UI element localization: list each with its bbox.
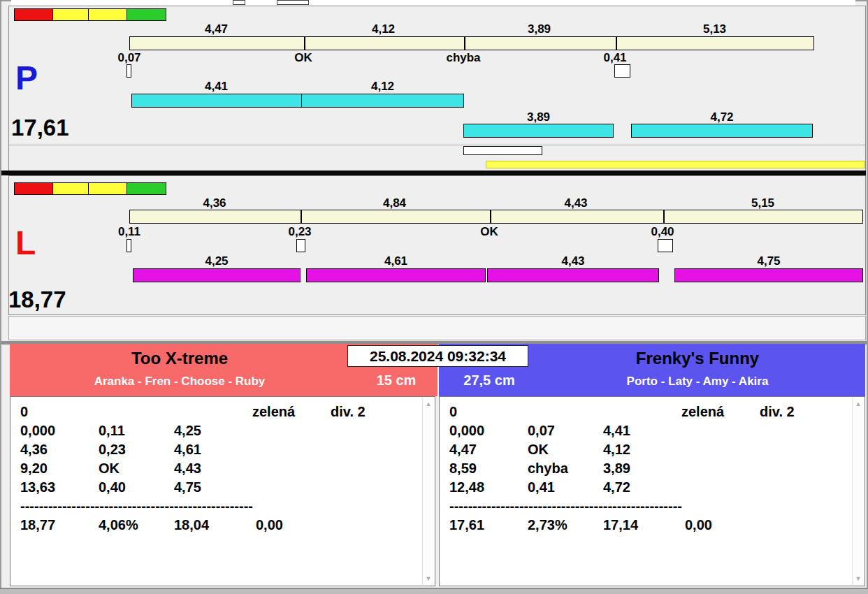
team-right-name: Frenky's Funny xyxy=(530,349,865,368)
ruler-tick xyxy=(301,210,302,224)
gate-mark-label: OK xyxy=(447,225,531,239)
window-fragment xyxy=(277,0,309,5)
clock: 25.08.2024 09:32:34 xyxy=(347,345,528,367)
team-left-jump-height: 15 cm xyxy=(358,372,435,389)
result-divider-row: ----------------------------------------… xyxy=(440,498,849,516)
ruler-tick xyxy=(616,36,617,50)
team-right-jump-height: 27,5 cm xyxy=(447,372,531,389)
scroll-up-icon[interactable]: ▲ xyxy=(423,400,434,407)
dog-time-bar xyxy=(631,124,813,138)
window-top-strip xyxy=(11,0,855,6)
lane-l-letter: L xyxy=(15,225,36,262)
gate-mark-label: 0,40 xyxy=(621,225,704,239)
progress-bar-outline xyxy=(463,146,542,155)
window-fragment xyxy=(233,0,245,5)
result-row: 4,47 OK 4,12 xyxy=(440,442,849,460)
gate-mark-label: 0,23 xyxy=(258,225,342,239)
split-time-label: 4,12 xyxy=(303,22,463,36)
split-time-label: 5,13 xyxy=(615,22,814,36)
lane-p-letter: P xyxy=(15,60,38,97)
result-row: 12,48 0,41 4,72 xyxy=(440,479,849,498)
split-time-label: 4,43 xyxy=(489,196,663,210)
ruler-tick xyxy=(490,210,491,224)
light-yellow-1 xyxy=(52,8,89,21)
result-summary-row: 18,77 4,06% 18,04 0,00 xyxy=(10,517,419,535)
result-row: 4,36 0,23 4,61 xyxy=(10,442,419,460)
fault-marker xyxy=(614,64,630,78)
card-status: zelená xyxy=(681,404,724,420)
dog-time-bar xyxy=(306,268,486,282)
dog-time-label: 4,41 xyxy=(131,80,301,94)
scrollbar[interactable]: ▲ ▼ xyxy=(852,398,864,585)
window-bottom-strip xyxy=(0,588,868,594)
result-row: 0,000 0,11 4,25 xyxy=(10,423,419,441)
dog-time-bar xyxy=(463,124,614,138)
ruler-tick xyxy=(663,210,665,224)
gate-mark-label: 0,41 xyxy=(573,51,657,65)
start-fault-count: 0 xyxy=(20,404,28,420)
dog-time-label: 4,43 xyxy=(487,254,659,268)
split-ruler-l xyxy=(129,210,863,224)
light-green xyxy=(126,182,166,195)
lane-l-total-time: 18,77 xyxy=(8,287,66,313)
dog-time-label: 4,61 xyxy=(306,254,486,268)
start-lights-p xyxy=(14,8,166,21)
start-fault-count: 0 xyxy=(449,404,457,420)
split-time-label: 4,47 xyxy=(129,22,303,36)
division-label: div. 2 xyxy=(331,404,366,420)
result-row: 0,000 0,07 4,41 xyxy=(440,423,849,441)
light-red xyxy=(14,182,53,195)
empty-strip xyxy=(8,316,866,340)
scroll-down-icon[interactable]: ▼ xyxy=(853,575,864,582)
gate-mark-label: 0,07 xyxy=(87,51,171,65)
result-status-row: 0 zelená div. 2 xyxy=(10,404,419,422)
ruler-tick xyxy=(304,36,305,50)
gate-mark-label: 0,11 xyxy=(87,225,171,239)
fault-marker xyxy=(126,239,131,252)
team-left-name: Too X-treme xyxy=(10,349,349,368)
team-right-results: 0 zelená div. 2 0,000 0,07 4,41 4,47 OK … xyxy=(439,396,865,586)
result-status-row: 0 zelená div. 2 xyxy=(440,404,849,422)
card-status: zelená xyxy=(252,404,295,420)
scroll-up-icon[interactable]: ▲ xyxy=(853,400,864,407)
team-left-lineup: Aranka - Fren - Choose - Ruby xyxy=(10,375,349,389)
dog-time-bar xyxy=(131,94,302,108)
split-time-label: 4,84 xyxy=(300,196,489,210)
team-left-results: 0 zelená div. 2 0,000 0,11 4,25 4,36 0,2… xyxy=(10,396,435,586)
dog-time-label: 3,89 xyxy=(463,110,614,124)
dog-time-label: 4,75 xyxy=(674,254,863,268)
result-row: 13,63 0,40 4,75 xyxy=(10,479,419,498)
yellow-progress-bar xyxy=(486,161,865,168)
result-divider-row: ----------------------------------------… xyxy=(10,498,419,516)
team-right-lineup: Porto - Laty - Amy - Akira xyxy=(530,375,865,389)
split-time-label: 3,89 xyxy=(463,22,615,36)
dog-time-label: 4,72 xyxy=(631,110,813,124)
dog-time-bar xyxy=(133,268,301,282)
result-row: 8,59 chyba 3,89 xyxy=(440,461,849,479)
scroll-down-icon[interactable]: ▼ xyxy=(423,575,434,582)
light-green xyxy=(126,8,166,21)
light-red xyxy=(14,8,53,21)
division-label: div. 2 xyxy=(760,404,795,420)
dog-time-label: 4,25 xyxy=(133,254,301,268)
result-row: 9,20 OK 4,43 xyxy=(10,461,419,479)
gate-mark-label: chyba xyxy=(421,51,505,65)
fault-marker xyxy=(658,239,673,252)
split-ruler-p xyxy=(129,36,814,50)
split-time-label: 4,36 xyxy=(129,196,300,210)
dog-time-bar xyxy=(487,268,659,282)
result-summary-row: 17,61 2,73% 17,14 0,00 xyxy=(440,517,849,535)
scrollbar[interactable]: ▲ ▼ xyxy=(422,398,434,585)
light-yellow-2 xyxy=(88,182,127,195)
application-window: P 17,61 4,47 4,12 3,89 5,13 0,07 OK chyb… xyxy=(0,0,868,594)
light-yellow-2 xyxy=(88,8,127,21)
start-lights-l xyxy=(14,182,166,195)
fault-marker xyxy=(296,239,305,252)
split-time-label: 5,15 xyxy=(663,196,863,210)
fault-marker xyxy=(126,64,131,78)
ruler-tick xyxy=(464,36,465,50)
divider-line xyxy=(9,145,865,145)
dog-time-label: 4,12 xyxy=(301,80,464,94)
dog-time-bar xyxy=(674,268,863,282)
lane-p-total-time: 17,61 xyxy=(11,115,69,141)
